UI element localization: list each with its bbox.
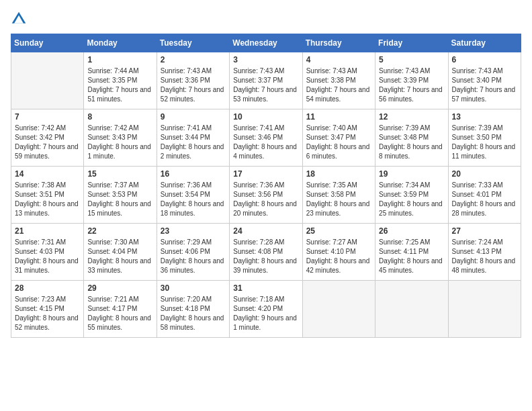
day-number: 10 (233, 112, 298, 122)
calendar-cell: 4Sunrise: 7:43 AM Sunset: 3:38 PM Daylig… (302, 52, 375, 109)
cell-content: Sunrise: 7:28 AM Sunset: 4:08 PM Dayligh… (233, 238, 298, 275)
calendar-cell: 20Sunrise: 7:33 AM Sunset: 4:01 PM Dayli… (448, 167, 521, 224)
cell-content: Sunrise: 7:31 AM Sunset: 4:03 PM Dayligh… (15, 238, 80, 275)
day-header-sunday: Sunday (11, 34, 84, 52)
cell-content: Sunrise: 7:43 AM Sunset: 3:36 PM Dayligh… (161, 66, 226, 104)
calendar-cell: 17Sunrise: 7:36 AM Sunset: 3:56 PM Dayli… (230, 167, 302, 224)
day-number: 23 (161, 226, 226, 236)
cell-content: Sunrise: 7:21 AM Sunset: 4:17 PM Dayligh… (87, 295, 152, 332)
day-header-saturday: Saturday (448, 34, 521, 52)
calendar-cell: 16Sunrise: 7:36 AM Sunset: 3:54 PM Dayli… (157, 167, 229, 224)
day-number: 5 (379, 55, 444, 64)
calendar-cell: 26Sunrise: 7:25 AM Sunset: 4:11 PM Dayli… (375, 224, 448, 281)
cell-content: Sunrise: 7:42 AM Sunset: 3:42 PM Dayligh… (15, 124, 80, 161)
cell-content: Sunrise: 7:39 AM Sunset: 3:50 PM Dayligh… (452, 124, 517, 161)
cell-content: Sunrise: 7:43 AM Sunset: 3:40 PM Dayligh… (452, 66, 517, 104)
day-number: 4 (306, 55, 371, 64)
calendar-table: SundayMondayTuesdayWednesdayThursdayFrid… (11, 34, 521, 338)
calendar-cell: 7Sunrise: 7:42 AM Sunset: 3:42 PM Daylig… (11, 109, 84, 167)
cell-content: Sunrise: 7:38 AM Sunset: 3:51 PM Dayligh… (15, 181, 80, 218)
calendar-cell: 30Sunrise: 7:20 AM Sunset: 4:18 PM Dayli… (157, 281, 229, 338)
day-number: 30 (161, 283, 226, 293)
calendar-cell: 25Sunrise: 7:27 AM Sunset: 4:10 PM Dayli… (302, 224, 375, 281)
cell-content: Sunrise: 7:44 AM Sunset: 3:35 PM Dayligh… (87, 66, 152, 104)
day-header-friday: Friday (375, 34, 448, 52)
calendar-cell (302, 281, 375, 338)
calendar-cell: 22Sunrise: 7:30 AM Sunset: 4:04 PM Dayli… (84, 224, 157, 281)
calendar-cell: 6Sunrise: 7:43 AM Sunset: 3:40 PM Daylig… (448, 52, 521, 109)
calendar-cell: 11Sunrise: 7:40 AM Sunset: 3:47 PM Dayli… (302, 109, 375, 167)
day-header-tuesday: Tuesday (157, 34, 229, 52)
day-number: 26 (379, 226, 444, 236)
calendar-cell: 8Sunrise: 7:42 AM Sunset: 3:43 PM Daylig… (84, 109, 157, 167)
day-number: 16 (161, 169, 226, 179)
day-number: 2 (161, 55, 226, 64)
day-number: 17 (233, 169, 298, 179)
calendar-cell: 15Sunrise: 7:37 AM Sunset: 3:53 PM Dayli… (84, 167, 157, 224)
calendar-header-row: SundayMondayTuesdayWednesdayThursdayFrid… (11, 34, 521, 52)
calendar-cell: 12Sunrise: 7:39 AM Sunset: 3:48 PM Dayli… (375, 109, 448, 167)
day-number: 18 (306, 169, 371, 179)
calendar-cell: 31Sunrise: 7:18 AM Sunset: 4:20 PM Dayli… (230, 281, 302, 338)
calendar-cell: 10Sunrise: 7:41 AM Sunset: 3:46 PM Dayli… (230, 109, 302, 167)
calendar-cell: 9Sunrise: 7:41 AM Sunset: 3:44 PM Daylig… (157, 109, 229, 167)
calendar-cell: 21Sunrise: 7:31 AM Sunset: 4:03 PM Dayli… (11, 224, 84, 281)
cell-content: Sunrise: 7:24 AM Sunset: 4:13 PM Dayligh… (452, 238, 517, 275)
day-number: 19 (379, 169, 444, 179)
calendar-cell: 13Sunrise: 7:39 AM Sunset: 3:50 PM Dayli… (448, 109, 521, 167)
week-row-3: 14Sunrise: 7:38 AM Sunset: 3:51 PM Dayli… (11, 167, 521, 224)
logo (11, 11, 30, 27)
day-number: 13 (452, 112, 517, 122)
calendar-cell (448, 281, 521, 338)
day-number: 1 (87, 55, 152, 64)
day-number: 11 (306, 112, 371, 122)
cell-content: Sunrise: 7:36 AM Sunset: 3:54 PM Dayligh… (161, 181, 226, 218)
calendar-cell: 28Sunrise: 7:23 AM Sunset: 4:15 PM Dayli… (11, 281, 84, 338)
week-row-4: 21Sunrise: 7:31 AM Sunset: 4:03 PM Dayli… (11, 224, 521, 281)
day-number: 9 (161, 112, 226, 122)
cell-content: Sunrise: 7:36 AM Sunset: 3:56 PM Dayligh… (233, 181, 298, 218)
calendar-cell: 3Sunrise: 7:43 AM Sunset: 3:37 PM Daylig… (230, 52, 302, 109)
cell-content: Sunrise: 7:30 AM Sunset: 4:04 PM Dayligh… (87, 238, 152, 275)
cell-content: Sunrise: 7:34 AM Sunset: 3:59 PM Dayligh… (379, 181, 444, 218)
day-number: 31 (233, 283, 298, 293)
calendar-cell: 2Sunrise: 7:43 AM Sunset: 3:36 PM Daylig… (157, 52, 229, 109)
day-number: 6 (452, 55, 517, 64)
calendar-cell: 5Sunrise: 7:43 AM Sunset: 3:39 PM Daylig… (375, 52, 448, 109)
day-number: 7 (15, 112, 80, 122)
cell-content: Sunrise: 7:20 AM Sunset: 4:18 PM Dayligh… (161, 295, 226, 332)
week-row-1: 1Sunrise: 7:44 AM Sunset: 3:35 PM Daylig… (11, 52, 521, 109)
cell-content: Sunrise: 7:27 AM Sunset: 4:10 PM Dayligh… (306, 238, 371, 275)
cell-content: Sunrise: 7:43 AM Sunset: 3:38 PM Dayligh… (306, 66, 371, 104)
day-header-wednesday: Wednesday (230, 34, 302, 52)
day-number: 21 (15, 226, 80, 236)
day-number: 28 (15, 283, 80, 293)
day-number: 15 (87, 169, 152, 179)
day-number: 20 (452, 169, 517, 179)
cell-content: Sunrise: 7:25 AM Sunset: 4:11 PM Dayligh… (379, 238, 444, 275)
day-number: 8 (87, 112, 152, 122)
day-number: 24 (233, 226, 298, 236)
day-number: 12 (379, 112, 444, 122)
day-number: 22 (87, 226, 152, 236)
cell-content: Sunrise: 7:43 AM Sunset: 3:39 PM Dayligh… (379, 66, 444, 104)
calendar-cell: 18Sunrise: 7:35 AM Sunset: 3:58 PM Dayli… (302, 167, 375, 224)
cell-content: Sunrise: 7:35 AM Sunset: 3:58 PM Dayligh… (306, 181, 371, 218)
cell-content: Sunrise: 7:37 AM Sunset: 3:53 PM Dayligh… (87, 181, 152, 218)
week-row-5: 28Sunrise: 7:23 AM Sunset: 4:15 PM Dayli… (11, 281, 521, 338)
calendar-cell: 24Sunrise: 7:28 AM Sunset: 4:08 PM Dayli… (230, 224, 302, 281)
day-header-monday: Monday (84, 34, 157, 52)
cell-content: Sunrise: 7:40 AM Sunset: 3:47 PM Dayligh… (306, 124, 371, 161)
cell-content: Sunrise: 7:41 AM Sunset: 3:44 PM Dayligh… (161, 124, 226, 161)
calendar-cell: 14Sunrise: 7:38 AM Sunset: 3:51 PM Dayli… (11, 167, 84, 224)
calendar-cell: 23Sunrise: 7:29 AM Sunset: 4:06 PM Dayli… (157, 224, 229, 281)
day-number: 14 (15, 169, 80, 179)
calendar-cell: 1Sunrise: 7:44 AM Sunset: 3:35 PM Daylig… (84, 52, 157, 109)
day-number: 3 (233, 55, 298, 64)
cell-content: Sunrise: 7:39 AM Sunset: 3:48 PM Dayligh… (379, 124, 444, 161)
cell-content: Sunrise: 7:43 AM Sunset: 3:37 PM Dayligh… (233, 66, 298, 104)
cell-content: Sunrise: 7:41 AM Sunset: 3:46 PM Dayligh… (233, 124, 298, 161)
calendar-cell: 27Sunrise: 7:24 AM Sunset: 4:13 PM Dayli… (448, 224, 521, 281)
cell-content: Sunrise: 7:33 AM Sunset: 4:01 PM Dayligh… (452, 181, 517, 218)
cell-content: Sunrise: 7:23 AM Sunset: 4:15 PM Dayligh… (15, 295, 80, 332)
